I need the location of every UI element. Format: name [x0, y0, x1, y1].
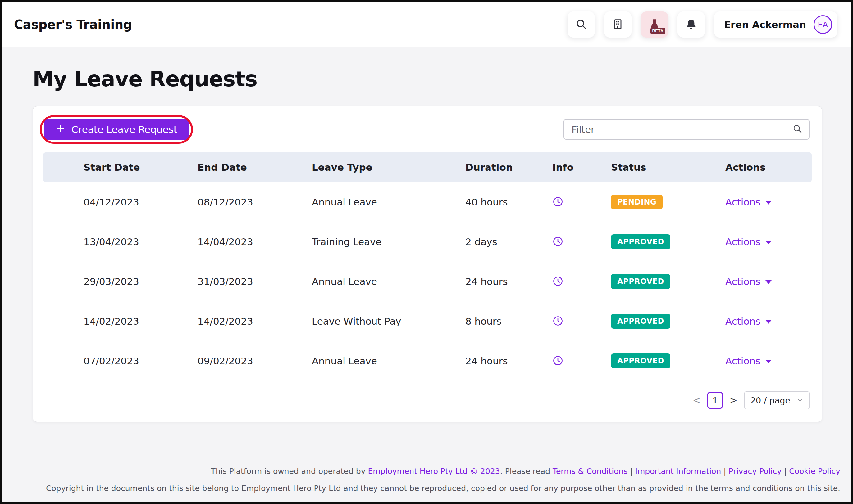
- table-row: 14/02/2023 14/02/2023 Leave Without Pay …: [43, 301, 812, 341]
- main-content: My Leave Requests Create Leave Request: [2, 48, 851, 466]
- organisation-button[interactable]: [604, 12, 631, 38]
- cell-end-date: 08/12/2023: [197, 196, 312, 208]
- cell-actions: Actions: [725, 276, 812, 287]
- table-row: 13/04/2023 14/04/2023 Training Leave 2 d…: [43, 222, 812, 262]
- search-icon: [575, 18, 587, 31]
- cell-actions: Actions: [725, 316, 812, 327]
- create-leave-request-button[interactable]: Create Leave Request: [44, 119, 189, 140]
- footer-copyright-line: Copyright in the documents on this site …: [2, 483, 840, 494]
- cell-duration: 24 hours: [465, 355, 552, 366]
- card-toolbar: Create Leave Request: [33, 119, 822, 140]
- user-name: Eren Ackerman: [724, 19, 806, 30]
- cell-actions: Actions: [725, 236, 812, 247]
- footer-text: . Please read: [500, 467, 553, 476]
- cell-end-date: 31/03/2023: [197, 276, 312, 287]
- cell-leave-type: Annual Leave: [312, 355, 465, 366]
- user-menu[interactable]: Eren Ackerman EA: [714, 12, 837, 38]
- cell-duration: 24 hours: [465, 276, 552, 287]
- footer-link[interactable]: Cookie Policy: [789, 467, 840, 476]
- info-clock-button[interactable]: [552, 275, 563, 288]
- row-actions-button[interactable]: Actions: [725, 355, 772, 366]
- col-header-start-date: Start Date: [84, 162, 197, 173]
- footer-link[interactable]: Terms & Conditions: [553, 467, 627, 476]
- row-actions-button[interactable]: Actions: [725, 276, 772, 287]
- user-avatar: EA: [814, 15, 832, 34]
- filter-input[interactable]: [572, 124, 792, 135]
- leave-table-body: 04/12/2023 08/12/2023 Annual Leave 40 ho…: [43, 182, 812, 381]
- table-row: 04/12/2023 08/12/2023 Annual Leave 40 ho…: [43, 182, 812, 222]
- actions-label: Actions: [725, 316, 761, 327]
- col-header-info: Info: [552, 162, 611, 173]
- cell-status: APPROVED: [611, 354, 725, 368]
- plus-icon: [55, 124, 65, 136]
- chevron-down-icon: [765, 360, 772, 363]
- row-actions-button[interactable]: Actions: [725, 316, 772, 327]
- footer-link[interactable]: Employment Hero Pty Ltd © 2023: [368, 467, 500, 476]
- cell-status: APPROVED: [611, 314, 725, 329]
- footer-link[interactable]: Important Information: [635, 467, 721, 476]
- cell-end-date: 14/04/2023: [197, 236, 312, 247]
- table-row: 29/03/2023 31/03/2023 Annual Leave 24 ho…: [43, 262, 812, 301]
- chevron-down-icon: [765, 240, 772, 244]
- clock-icon: [552, 275, 563, 288]
- pagination-next-button[interactable]: >: [730, 396, 737, 405]
- cell-leave-type: Leave Without Pay: [312, 316, 465, 327]
- beta-badge: BETA: [650, 28, 665, 34]
- page-size-select[interactable]: 20 / page: [744, 391, 810, 409]
- col-header-actions: Actions: [725, 162, 812, 173]
- chevron-down-icon: [765, 280, 772, 284]
- status-badge: APPROVED: [611, 274, 671, 289]
- cell-status: APPROVED: [611, 234, 725, 249]
- info-clock-button[interactable]: [552, 315, 563, 327]
- table-header-row: Start Date End Date Leave Type Duration …: [43, 152, 812, 182]
- footer-text: |: [782, 467, 789, 476]
- actions-label: Actions: [725, 196, 761, 208]
- cell-start-date: 13/04/2023: [84, 236, 197, 247]
- status-badge: APPROVED: [611, 314, 671, 329]
- cell-duration: 2 days: [465, 236, 552, 247]
- clock-icon: [552, 315, 563, 327]
- actions-label: Actions: [725, 276, 761, 287]
- page-title: My Leave Requests: [33, 67, 822, 91]
- actions-label: Actions: [725, 236, 761, 247]
- cell-start-date: 04/12/2023: [84, 196, 197, 208]
- col-header-leave-type: Leave Type: [312, 162, 465, 173]
- footer-text: |: [721, 467, 728, 476]
- cell-info: [552, 355, 611, 367]
- cell-start-date: 14/02/2023: [84, 316, 197, 327]
- cell-status: APPROVED: [611, 274, 725, 289]
- pagination-prev-button[interactable]: <: [693, 396, 700, 405]
- chevron-down-icon: [797, 396, 803, 405]
- col-header-end-date: End Date: [197, 162, 312, 173]
- info-clock-button[interactable]: [552, 236, 563, 248]
- row-actions-button[interactable]: Actions: [725, 236, 772, 247]
- notifications-button[interactable]: [678, 12, 705, 38]
- app-window: Casper's Training: [0, 0, 853, 504]
- cell-start-date: 29/03/2023: [84, 276, 197, 287]
- leave-requests-card: Create Leave Request Start: [33, 106, 822, 422]
- cell-info: [552, 196, 611, 208]
- pagination-page-1[interactable]: 1: [707, 392, 723, 409]
- actions-label: Actions: [725, 355, 761, 366]
- info-clock-button[interactable]: [552, 355, 563, 367]
- cell-info: [552, 275, 611, 288]
- footer-link[interactable]: Privacy Policy: [729, 467, 782, 476]
- info-clock-button[interactable]: [552, 196, 563, 208]
- footer-text: This Platform is owned and operated by: [211, 467, 368, 476]
- row-actions-button[interactable]: Actions: [725, 196, 772, 208]
- cell-actions: Actions: [725, 355, 812, 366]
- status-badge: APPROVED: [611, 354, 671, 368]
- col-header-status: Status: [611, 162, 725, 173]
- beta-features-button[interactable]: BETA: [641, 12, 668, 38]
- brand-title: Casper's Training: [14, 17, 132, 32]
- cell-status: PENDING: [611, 195, 725, 210]
- search-button[interactable]: [568, 12, 595, 38]
- page-size-value: 20 / page: [750, 396, 790, 405]
- cell-start-date: 07/02/2023: [84, 355, 197, 366]
- footer-text: |: [627, 467, 635, 476]
- status-badge: APPROVED: [611, 234, 671, 249]
- pagination: < 1 > 20 / page: [33, 381, 822, 412]
- filter-field: [563, 119, 810, 140]
- chevron-down-icon: [765, 201, 772, 204]
- notifications-icon: [685, 18, 697, 31]
